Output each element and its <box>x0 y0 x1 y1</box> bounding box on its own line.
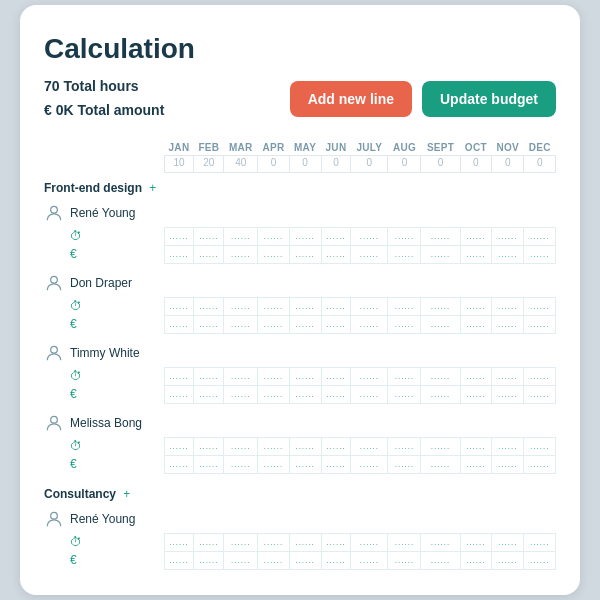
hours-dots-cell[interactable]: ...... <box>164 437 194 455</box>
euro-dots-cell[interactable]: ...... <box>194 385 224 403</box>
euro-dots-cell[interactable]: ...... <box>194 455 224 473</box>
euro-dots-cell[interactable]: ...... <box>194 551 224 569</box>
euro-dots-cell[interactable]: ...... <box>421 551 460 569</box>
euro-dots-cell[interactable]: ...... <box>351 315 388 333</box>
hours-dots-cell[interactable]: ...... <box>421 297 460 315</box>
euro-dots-cell[interactable]: ...... <box>492 385 524 403</box>
hours-dots-cell[interactable]: ...... <box>388 367 421 385</box>
euro-dots-cell[interactable]: ...... <box>258 245 290 263</box>
hours-dots-cell[interactable]: ...... <box>524 297 556 315</box>
euro-dots-cell[interactable]: ...... <box>321 315 351 333</box>
add-section-icon[interactable]: + <box>120 487 130 501</box>
val-oct[interactable]: 0 <box>460 156 492 173</box>
hours-dots-cell[interactable]: ...... <box>321 533 351 551</box>
euro-dots-cell[interactable]: ...... <box>289 245 321 263</box>
euro-dots-cell[interactable]: ...... <box>164 385 194 403</box>
hours-dots-cell[interactable]: ...... <box>351 367 388 385</box>
euro-dots-cell[interactable]: ...... <box>388 455 421 473</box>
val-mar[interactable]: 40 <box>224 156 258 173</box>
hours-dots-cell[interactable]: ...... <box>194 227 224 245</box>
hours-dots-cell[interactable]: ...... <box>460 437 492 455</box>
euro-dots-cell[interactable]: ...... <box>164 551 194 569</box>
val-dec[interactable]: 0 <box>524 156 556 173</box>
hours-dots-cell[interactable]: ...... <box>164 227 194 245</box>
hours-dots-cell[interactable]: ...... <box>460 533 492 551</box>
euro-dots-cell[interactable]: ...... <box>492 315 524 333</box>
euro-dots-cell[interactable]: ...... <box>524 551 556 569</box>
hours-dots-cell[interactable]: ...... <box>492 367 524 385</box>
val-sept[interactable]: 0 <box>421 156 460 173</box>
euro-dots-cell[interactable]: ...... <box>224 551 258 569</box>
hours-dots-cell[interactable]: ...... <box>164 297 194 315</box>
euro-dots-cell[interactable]: ...... <box>388 551 421 569</box>
hours-dots-cell[interactable]: ...... <box>258 227 290 245</box>
hours-dots-cell[interactable]: ...... <box>492 533 524 551</box>
hours-dots-cell[interactable]: ...... <box>460 297 492 315</box>
val-apr[interactable]: 0 <box>258 156 290 173</box>
hours-dots-cell[interactable]: ...... <box>421 367 460 385</box>
hours-dots-cell[interactable]: ...... <box>492 437 524 455</box>
hours-dots-cell[interactable]: ...... <box>460 367 492 385</box>
hours-dots-cell[interactable]: ...... <box>258 297 290 315</box>
euro-dots-cell[interactable]: ...... <box>388 385 421 403</box>
add-new-line-button[interactable]: Add new line <box>290 81 412 117</box>
hours-dots-cell[interactable]: ...... <box>258 533 290 551</box>
val-feb[interactable]: 20 <box>194 156 224 173</box>
hours-dots-cell[interactable]: ...... <box>351 437 388 455</box>
hours-dots-cell[interactable]: ...... <box>194 367 224 385</box>
hours-dots-cell[interactable]: ...... <box>388 297 421 315</box>
hours-dots-cell[interactable]: ...... <box>258 367 290 385</box>
hours-dots-cell[interactable]: ...... <box>524 533 556 551</box>
euro-dots-cell[interactable]: ...... <box>421 385 460 403</box>
val-jan[interactable]: 10 <box>164 156 194 173</box>
hours-dots-cell[interactable]: ...... <box>492 297 524 315</box>
hours-dots-cell[interactable]: ...... <box>421 533 460 551</box>
euro-dots-cell[interactable]: ...... <box>351 385 388 403</box>
euro-dots-cell[interactable]: ...... <box>321 245 351 263</box>
hours-dots-cell[interactable]: ...... <box>224 533 258 551</box>
val-may[interactable]: 0 <box>289 156 321 173</box>
val-july[interactable]: 0 <box>351 156 388 173</box>
hours-dots-cell[interactable]: ...... <box>289 533 321 551</box>
euro-dots-cell[interactable]: ...... <box>524 315 556 333</box>
euro-dots-cell[interactable]: ...... <box>321 551 351 569</box>
hours-dots-cell[interactable]: ...... <box>388 533 421 551</box>
val-jun[interactable]: 0 <box>321 156 351 173</box>
euro-dots-cell[interactable]: ...... <box>194 315 224 333</box>
euro-dots-cell[interactable]: ...... <box>460 551 492 569</box>
euro-dots-cell[interactable]: ...... <box>351 455 388 473</box>
hours-dots-cell[interactable]: ...... <box>164 367 194 385</box>
euro-dots-cell[interactable]: ...... <box>224 315 258 333</box>
hours-dots-cell[interactable]: ...... <box>460 227 492 245</box>
euro-dots-cell[interactable]: ...... <box>224 455 258 473</box>
hours-dots-cell[interactable]: ...... <box>388 227 421 245</box>
euro-dots-cell[interactable]: ...... <box>289 385 321 403</box>
hours-dots-cell[interactable]: ...... <box>421 437 460 455</box>
hours-dots-cell[interactable]: ...... <box>321 367 351 385</box>
hours-dots-cell[interactable]: ...... <box>524 227 556 245</box>
euro-dots-cell[interactable]: ...... <box>351 245 388 263</box>
hours-dots-cell[interactable]: ...... <box>194 297 224 315</box>
euro-dots-cell[interactable]: ...... <box>321 385 351 403</box>
hours-dots-cell[interactable]: ...... <box>194 437 224 455</box>
euro-dots-cell[interactable]: ...... <box>421 315 460 333</box>
hours-dots-cell[interactable]: ...... <box>289 227 321 245</box>
euro-dots-cell[interactable]: ...... <box>460 455 492 473</box>
hours-dots-cell[interactable]: ...... <box>321 297 351 315</box>
euro-dots-cell[interactable]: ...... <box>460 245 492 263</box>
hours-dots-cell[interactable]: ...... <box>164 533 194 551</box>
euro-dots-cell[interactable]: ...... <box>289 551 321 569</box>
hours-dots-cell[interactable]: ...... <box>351 533 388 551</box>
hours-dots-cell[interactable]: ...... <box>224 297 258 315</box>
euro-dots-cell[interactable]: ...... <box>492 551 524 569</box>
euro-dots-cell[interactable]: ...... <box>289 455 321 473</box>
hours-dots-cell[interactable]: ...... <box>351 297 388 315</box>
euro-dots-cell[interactable]: ...... <box>321 455 351 473</box>
hours-dots-cell[interactable]: ...... <box>321 227 351 245</box>
euro-dots-cell[interactable]: ...... <box>164 245 194 263</box>
hours-dots-cell[interactable]: ...... <box>289 437 321 455</box>
euro-dots-cell[interactable]: ...... <box>224 245 258 263</box>
euro-dots-cell[interactable]: ...... <box>460 315 492 333</box>
hours-dots-cell[interactable]: ...... <box>421 227 460 245</box>
euro-dots-cell[interactable]: ...... <box>388 245 421 263</box>
